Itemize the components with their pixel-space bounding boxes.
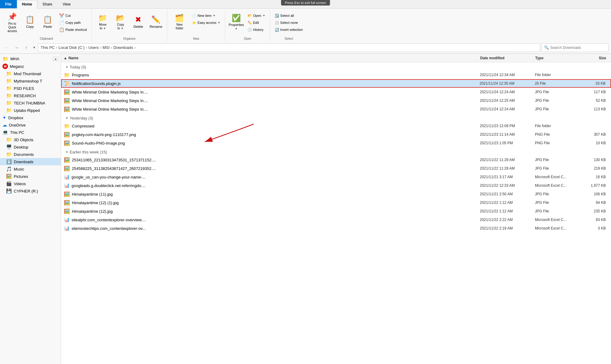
file-row-sitealphr[interactable]: 📊 sitealphr.com_contentexplorer-overview… xyxy=(61,215,611,224)
sidebar-item-research[interactable]: 📁 RESEARCH xyxy=(0,92,61,99)
easy-access-label: Easy access xyxy=(197,21,216,24)
file-row-jpg1[interactable]: 🖼️ White Minimal Online Marketing Steps … xyxy=(61,88,611,96)
file-row-sitemostechtips[interactable]: 📊 sitemostechtips.com_contentexplorer-ov… xyxy=(61,224,611,233)
back-button[interactable]: ← xyxy=(2,43,11,52)
col-type[interactable]: Type xyxy=(535,56,584,60)
pictures-icon: 🖼️ xyxy=(6,174,12,179)
file-list-header: ▲ Name Date modified Type Size xyxy=(61,54,611,62)
file-row-jpg2[interactable]: 🖼️ White Minimal Online Marketing Steps … xyxy=(61,96,611,105)
select-all-button[interactable]: ☑️ Select all xyxy=(273,12,305,19)
path-thispc[interactable]: This PC xyxy=(41,45,55,50)
history-button[interactable]: 🕐 History xyxy=(245,26,267,33)
paste-shortcut-button[interactable]: 📋 Paste shortcut xyxy=(57,26,89,33)
sidebar-item-dropbox[interactable]: ✦ Dropbox xyxy=(0,114,61,121)
file-date-253411065: 2021/11/22 11:28 AM xyxy=(480,158,535,162)
file-row-googleads[interactable]: 📊 googleads.g.doubleclick.net-referringd… xyxy=(61,181,611,190)
group-today[interactable]: ▾ Today (5) xyxy=(61,62,611,71)
sidebar-item-desktop[interactable]: 🖥️ Desktop xyxy=(0,143,61,151)
sidebar-item-mod-thumbnail[interactable]: 📁 Mod Thumbnail xyxy=(0,70,61,77)
sidebar-item-psd-files[interactable]: 📁 PSD FILES xyxy=(0,85,61,92)
address-bar: ← → ↑ ▼ This PC › Local Disk (C:) › User… xyxy=(0,42,611,54)
meganz-label: Meganz xyxy=(10,64,24,69)
sidebar-item-uplabs-ripped[interactable]: 📁 Uplabs Ripped xyxy=(0,107,61,114)
col-name[interactable]: ▲ Name xyxy=(64,56,480,60)
open-button[interactable]: 📂 Open ▼ xyxy=(245,12,267,19)
file-date-compressed: 2021/11/23 12:09 PM xyxy=(480,124,535,128)
col-size[interactable]: Size xyxy=(584,56,609,60)
easy-access-button[interactable]: ⭐ Easy access ▼ xyxy=(190,19,223,26)
paste-button[interactable]: 📋 Paste xyxy=(39,11,56,33)
group-earlier[interactable]: ▾ Earlier this week (15) xyxy=(61,147,611,156)
sidebar-item-music[interactable]: 🎵 Music xyxy=(0,165,61,173)
file-row-compressed[interactable]: 📁 Compressed 2021/11/23 12:09 PM File fo… xyxy=(61,122,611,130)
tab-home[interactable]: Home xyxy=(17,0,37,9)
file-size-jpg1: 117 KB xyxy=(584,90,608,94)
invert-selection-button[interactable]: 🔄 Invert selection xyxy=(273,26,305,33)
file-type-pngkey: PNG File xyxy=(535,132,584,137)
copy-button[interactable]: 📋 Copy xyxy=(21,11,39,33)
desktop-label: Desktop xyxy=(14,145,28,149)
address-path[interactable]: This PC › Local Disk (C:) › Users › MSI … xyxy=(38,43,540,52)
sidebar-item-videos[interactable]: 🎬 Videos xyxy=(0,180,61,187)
sidebar-item-downloads[interactable]: ⬇️ Downloads xyxy=(0,158,61,165)
documents-label: Documents xyxy=(14,152,34,157)
chevron-today: ▾ xyxy=(66,65,68,69)
file-row-programs[interactable]: 📁 Programs 2021/11/24 12:34 AM File fold… xyxy=(61,71,611,79)
jpg3-icon: 🖼️ xyxy=(64,106,70,112)
delete-button[interactable]: ✖ Delete xyxy=(130,11,147,33)
path-msi[interactable]: MSI xyxy=(102,45,109,50)
path-users[interactable]: Users xyxy=(88,45,99,50)
sidebar-item-onedrive[interactable]: ☁ OneDrive xyxy=(0,121,61,129)
col-date[interactable]: Date modified xyxy=(480,56,535,60)
path-localdisk[interactable]: Local Disk (C:) xyxy=(59,45,85,50)
up-button[interactable]: ↑ xyxy=(22,43,31,52)
sidebar-item-3d-objects[interactable]: 📁 3D Objects xyxy=(0,136,61,143)
sidebar-item-cypher[interactable]: 💾 CYPHER (R:) xyxy=(0,187,61,195)
file-row-jpg3[interactable]: 🖼️ White Minimal Online Marketing Steps … xyxy=(61,105,611,113)
recent-button[interactable]: ▼ xyxy=(32,43,37,52)
sidebar-item-thispc[interactable]: 💻 This PC xyxy=(0,129,61,136)
file-row-himalayantime11[interactable]: 🖼️ Himalayantime (11).jpg 2021/11/21 2:5… xyxy=(61,190,611,198)
file-row-pngkey[interactable]: 🖼️ pngkey.com-itachi-png-1110177.png 202… xyxy=(61,130,611,139)
file-row-notificationsounds[interactable]: 📜 NotificationSounds.plugin.js 2021/11/2… xyxy=(61,79,611,88)
cut-button[interactable]: ✂️ Cut xyxy=(57,12,89,19)
scroll-up-btn[interactable]: ▲ xyxy=(53,57,58,61)
file-row-253411065[interactable]: 🖼️ 253411065_221330313473531_1571371152.… xyxy=(61,156,611,164)
psd-files-label: PSD FILES xyxy=(14,86,34,91)
sidebar-item-meganz[interactable]: M Meganz xyxy=(0,63,61,70)
tab-share[interactable]: Share xyxy=(37,0,57,8)
file-name-sitealphr: sitealphr.com_contentexplorer-overview..… xyxy=(72,218,480,222)
group-yesterday[interactable]: ▾ Yesterday (3) xyxy=(61,113,611,122)
move-to-button[interactable]: 📁 Moveto ▼ xyxy=(94,11,111,33)
pin-to-quick-access-button[interactable]: 📌 Pin to Quickaccess xyxy=(4,11,21,35)
sidebar: 📁 MHA ▲ M Meganz 📁 Mod Thumbnail 📁 Mythe… xyxy=(0,54,61,364)
file-row-google-us[interactable]: 📊 google_us_can-you-change-your-name-...… xyxy=(61,173,611,181)
file-row-himalayantime12-1[interactable]: 🖼️ Himalayantime (12) (1).jpg 2021/11/22… xyxy=(61,198,611,207)
file-type-notificationsounds: JS File xyxy=(535,81,583,86)
group-yesterday-label: Yesterday (3) xyxy=(70,116,93,120)
tab-file[interactable]: File xyxy=(0,0,17,8)
rename-button[interactable]: ✏️ Rename xyxy=(147,11,164,33)
file-row-himalayantime12[interactable]: 🖼️ Himalayantime (12).jpg 2021/11/22 1:1… xyxy=(61,207,611,215)
new-item-button[interactable]: 📄 New item ▼ xyxy=(190,12,223,19)
new-folder-button[interactable]: 🗂️ Newfolder xyxy=(170,11,189,33)
copy-path-button[interactable]: 📄 Copy path xyxy=(57,19,89,26)
copy-to-button[interactable]: 📂 Copyto ▼ xyxy=(112,11,129,33)
path-downloads[interactable]: Downloads xyxy=(113,45,133,50)
search-box[interactable]: 🔍 xyxy=(541,43,609,52)
forward-button[interactable]: → xyxy=(12,43,21,52)
sidebar-item-mythemeshop[interactable]: 📁 Mythemeshop T xyxy=(0,77,61,85)
edit-icon: ✏️ xyxy=(248,21,252,25)
select-none-button[interactable]: ⬜ Select none xyxy=(273,19,305,26)
sidebar-item-mha[interactable]: 📁 MHA ▲ xyxy=(0,55,61,63)
3d-icon: 📁 xyxy=(6,137,12,142)
properties-button[interactable]: ✅ Properties ▼ xyxy=(228,11,245,33)
sidebar-item-tech-thumbna[interactable]: 📁 TECH THUMBNA xyxy=(0,99,61,107)
file-row-sound-audio[interactable]: 🖼️ Sound-Audio-PNG-Image.png 2021/11/23 … xyxy=(61,139,611,147)
sidebar-item-pictures[interactable]: 🖼️ Pictures xyxy=(0,173,61,180)
sidebar-item-documents[interactable]: 📁 Documents xyxy=(0,151,61,158)
edit-button[interactable]: ✏️ Edit xyxy=(245,19,267,26)
tab-view[interactable]: View xyxy=(57,0,76,8)
file-row-254588225[interactable]: 🖼️ 254588225_311382543871427_2607219352.… xyxy=(61,164,611,173)
search-input[interactable] xyxy=(550,46,606,50)
